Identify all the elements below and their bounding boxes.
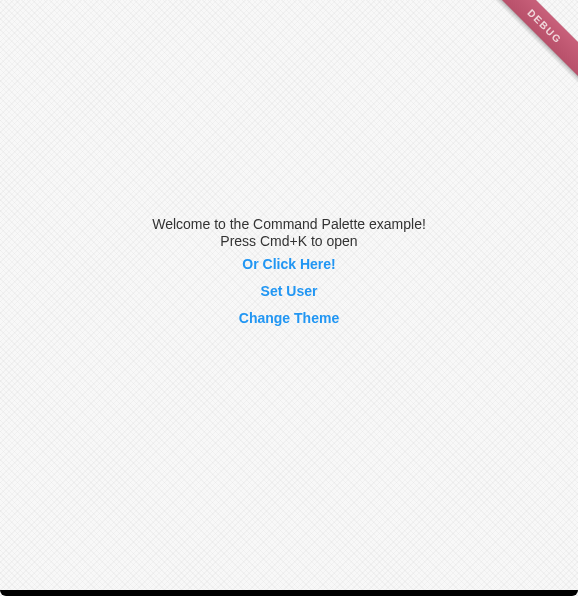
welcome-text-line1: Welcome to the Command Palette example! xyxy=(152,216,426,233)
main-content: Welcome to the Command Palette example! … xyxy=(0,216,578,326)
welcome-text-line2: Press Cmd+K to open xyxy=(220,233,357,250)
set-user-button[interactable]: Set User xyxy=(261,283,318,299)
debug-ribbon: DEBUG xyxy=(491,0,578,80)
change-theme-button[interactable]: Change Theme xyxy=(239,310,339,326)
debug-label: DEBUG xyxy=(526,7,565,46)
click-here-button[interactable]: Or Click Here! xyxy=(242,256,335,272)
debug-banner: DEBUG xyxy=(483,0,578,95)
window-bottom-edge xyxy=(0,590,578,596)
